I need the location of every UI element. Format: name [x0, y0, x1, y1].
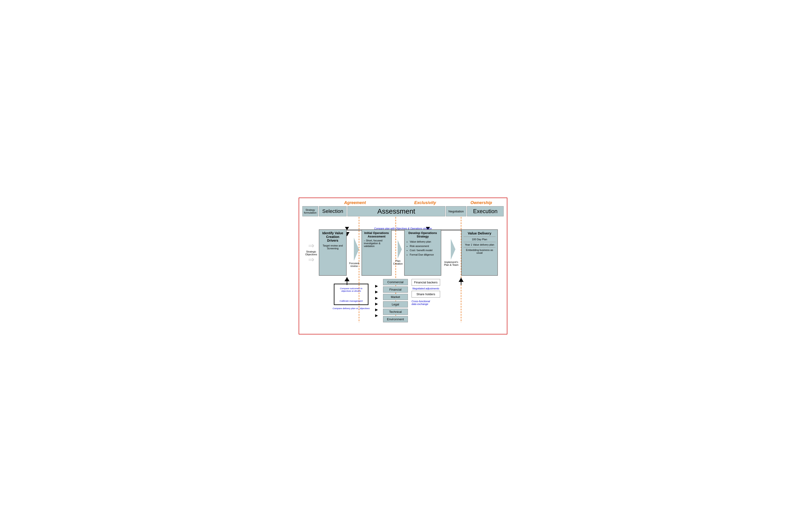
initial-title: Initial Operations Assessment — [364, 231, 389, 238]
header-assessment: Assessment — [347, 206, 445, 216]
dd-arrow-5: ► — [374, 307, 379, 312]
header-negotiation: Negotiation — [446, 206, 466, 216]
identify-title: Identify Value Creation Drivers — [321, 231, 344, 242]
develop-item-1: Value delivery plan — [410, 240, 439, 244]
dd-legal: Legal — [383, 301, 408, 307]
strategic-objectives-section: ⇒ Strategic Objectives ⇒ — [302, 229, 318, 276]
develop-list: Value delivery plan Risk assessment Cost… — [406, 240, 439, 257]
header-strategy: Strategy formulation — [302, 206, 318, 216]
main-diagram: Compare plan with Objectives & Operation… — [302, 206, 504, 322]
dd-market: Market — [383, 294, 408, 300]
develop-box: Develop Operations Strategy Value delive… — [404, 229, 441, 276]
dd-commercial: Commercial — [383, 279, 408, 285]
header-row: Strategy formulation Selection Assessmen… — [302, 206, 504, 216]
dd-arrow-4: ► — [374, 302, 379, 306]
focused-review-section: Focused review — [347, 229, 361, 276]
diagram-wrapper: Agreement Exclusivity Ownership Compare — [299, 197, 507, 335]
dd-arrow-2: ► — [374, 289, 379, 294]
cross-functional-label: Cross-functional data exchange — [411, 300, 435, 305]
shareholders-box: Share holders — [411, 291, 440, 298]
dd-arrow-1: ► — [374, 284, 379, 288]
dd-section: ► ► ► ► ► ► Commercial Financial Market … — [374, 279, 408, 322]
vd-item-2: Year 1 Value delivery plan — [463, 242, 496, 247]
identify-sub: Target review and Screening — [321, 244, 344, 250]
dd-arrow-3: ► — [374, 296, 379, 300]
header-execution: Execution — [467, 206, 504, 216]
initial-desc: – Short, focused investigation & validat… — [364, 239, 389, 247]
header-selection: Selection — [319, 206, 347, 216]
value-delivery-box: Value Delivery 100 Day Plan Year 1 Value… — [461, 229, 498, 276]
develop-item-4: Formal Due diligence — [410, 252, 439, 257]
strategic-objectives-label: Strategic Objectives — [304, 250, 318, 256]
develop-item-3: Cost / benefit model — [410, 248, 439, 252]
financial-backers-box: Financial backers — [411, 279, 440, 286]
bottom-section: ► ► ► ► ► ► Commercial Financial Market … — [302, 279, 504, 322]
implement-label: Implement'n Plan & Team — [442, 261, 461, 266]
arrow-bar-spacer — [302, 218, 504, 229]
loop-column — [302, 279, 370, 322]
vd-title: Value Delivery — [463, 231, 496, 235]
develop-title: Develop Operations Strategy — [406, 231, 439, 238]
dd-technical: Technical — [383, 309, 408, 315]
vd-item-1: 100 Day Plan — [463, 236, 496, 242]
agreement-label: Agreement — [344, 201, 366, 205]
implement-section: Implement'n Plan & Team — [442, 229, 461, 276]
initial-assessment-box: Initial Operations Assessment – Short, f… — [362, 229, 392, 276]
dd-financial: Financial — [383, 286, 408, 293]
dd-arrow-6: ► — [374, 313, 379, 318]
dd-boxes-column: Commercial Financial Market Legal Techni… — [383, 279, 408, 322]
develop-item-2: Risk assessment — [410, 244, 439, 248]
dd-environment: Environment — [383, 316, 408, 322]
plan-creation-label: Plan Creation — [392, 260, 403, 265]
focused-review-label: Focused review — [348, 262, 360, 267]
vd-item-3: Embedding business as usual — [463, 247, 496, 255]
exclusivity-label: Exclusivity — [414, 201, 436, 205]
ownership-label: Ownership — [471, 201, 492, 205]
plan-creation-section: Plan Creation — [392, 229, 403, 276]
stakeholders-section: Financial backers Negotiated adjustments… — [411, 279, 440, 322]
identify-box: Identify Value Creation Drivers Target r… — [319, 229, 347, 276]
main-content-row: ⇒ Strategic Objectives ⇒ Identify Value … — [302, 229, 504, 276]
dd-arrows-col: ► ► ► ► ► ► — [374, 284, 379, 318]
negotiated-label: Negotiated adjustments — [411, 287, 440, 290]
